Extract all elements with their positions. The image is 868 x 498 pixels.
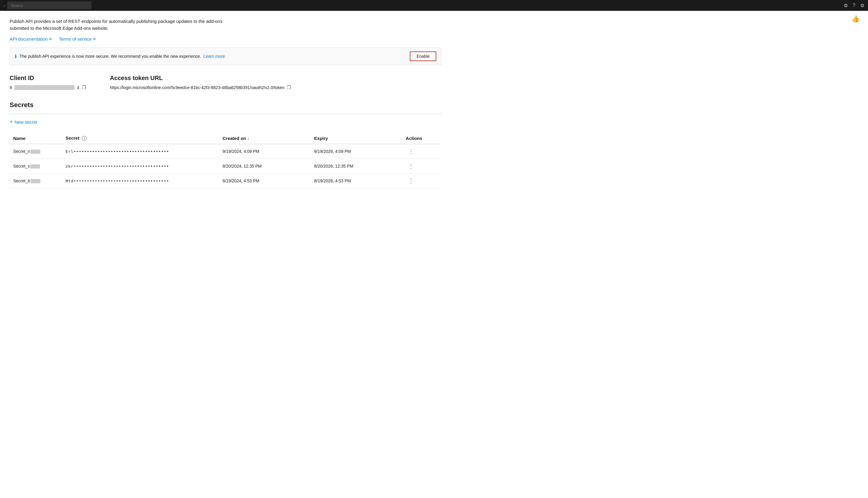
secret-created-cell: 8/20/2024, 12:35 PM xyxy=(219,159,311,174)
secret-value-text: Mtd•••••••••••••••••••••••••••••••••••• xyxy=(66,179,169,183)
client-id-copy-icon[interactable]: ❐ xyxy=(82,84,86,90)
links-row: API documentation ⧉ Terms of service ⧉ xyxy=(10,36,442,41)
secret-created-date: 9/19/2024, 4:09 PM xyxy=(222,149,259,154)
client-id-suffix: 4 xyxy=(77,85,79,90)
client-id-value: 94 xyxy=(10,85,79,90)
table-row: Secret_b Mtd••••••••••••••••••••••••••••… xyxy=(10,174,442,188)
secrets-heading: Secrets xyxy=(10,101,442,109)
thumbs-up-button[interactable]: 👍 xyxy=(852,15,859,23)
secret-expiry-date: 8/19/2026, 4:53 PM xyxy=(314,179,351,183)
api-documentation-link[interactable]: API documentation ⧉ xyxy=(10,36,52,41)
secrets-table-header: Name Secret i Created on ↓ Expiry xyxy=(10,132,442,144)
access-token-copy-icon[interactable]: ❐ xyxy=(287,84,291,90)
secrets-table-body: Secret_n Erl••••••••••••••••••••••••••••… xyxy=(10,144,442,188)
main-content: Publish API provides a set of REST endpo… xyxy=(0,11,451,196)
secret-created-date: 8/19/2024, 4:53 PM xyxy=(222,179,259,183)
secret-actions-cell: ⋮ xyxy=(402,159,442,174)
th-name-label: Name xyxy=(13,136,26,141)
actions-menu-button[interactable]: ⋮ xyxy=(406,163,417,169)
search-input[interactable] xyxy=(7,1,91,9)
th-secret: Secret i xyxy=(62,132,219,144)
info-banner: ℹ The publish API experience is now more… xyxy=(10,48,442,65)
terms-of-service-link[interactable]: Terms of service ⧉ xyxy=(59,36,96,41)
secrets-table: Name Secret i Created on ↓ Expiry xyxy=(10,132,442,188)
actions-menu-button[interactable]: ⋮ xyxy=(406,148,417,154)
external-link-icon-api: ⧉ xyxy=(49,37,52,41)
th-expiry-label: Expiry xyxy=(314,136,328,141)
help-icon[interactable]: ? xyxy=(853,3,855,8)
secret-actions-cell: ⋮ xyxy=(402,144,442,159)
client-id-section: Client ID 94 ❐ xyxy=(10,75,86,90)
th-secret-label: Secret xyxy=(66,135,79,141)
th-created-label: Created on xyxy=(222,136,246,141)
table-row: Secret_n Erl••••••••••••••••••••••••••••… xyxy=(10,144,442,159)
credentials-row: Client ID 94 ❐ Access token URL https://… xyxy=(10,75,442,90)
secret-value-cell: Mtd•••••••••••••••••••••••••••••••••••• xyxy=(62,174,219,188)
secret-actions-cell: ⋮ xyxy=(402,174,442,188)
table-row: Secret_s zkr••••••••••••••••••••••••••••… xyxy=(10,159,442,174)
account-icon[interactable]: ⚙ xyxy=(860,3,864,9)
breadcrumb-arrow: › xyxy=(4,3,5,8)
secret-created-date: 8/20/2024, 12:35 PM xyxy=(222,164,261,169)
secret-value-text: zkr•••••••••••••••••••••••••••••••••••• xyxy=(66,164,169,169)
secret-created-cell: 9/19/2024, 4:09 PM xyxy=(219,144,311,159)
new-secret-label: New secret xyxy=(15,119,37,124)
secret-name-redacted xyxy=(31,149,40,154)
banner-text: The publish API experience is now more s… xyxy=(19,54,407,59)
access-token-section: Access token URL https://login.microsoft… xyxy=(110,75,291,90)
secret-name-prefix: Secret_b xyxy=(13,179,30,183)
secret-expiry-cell: 8/19/2026, 4:53 PM xyxy=(311,174,402,188)
enable-button[interactable]: Enable xyxy=(410,51,436,61)
external-link-icon-terms: ⧉ xyxy=(93,37,96,41)
secret-expiry-cell: 8/20/2026, 12:35 PM xyxy=(311,159,402,174)
secret-value-cell: Erl•••••••••••••••••••••••••••••••••••• xyxy=(62,144,219,159)
th-expiry: Expiry xyxy=(311,132,402,144)
secret-value-cell: zkr•••••••••••••••••••••••••••••••••••• xyxy=(62,159,219,174)
client-id-redacted xyxy=(14,85,74,90)
secrets-section: Secrets + New secret Name Secret i xyxy=(10,101,442,188)
secret-name-cell: Secret_s xyxy=(10,159,62,174)
description-line1: Publish API provides a set of REST endpo… xyxy=(10,19,222,24)
secret-value-text: Erl•••••••••••••••••••••••••••••••••••• xyxy=(66,149,169,154)
secret-created-cell: 8/19/2024, 4:53 PM xyxy=(219,174,311,188)
description-line2: submitted to the Microsoft Edge Add-ons … xyxy=(10,26,109,31)
plus-icon: + xyxy=(10,119,13,125)
client-id-value-row: 94 ❐ xyxy=(10,84,86,90)
secret-expiry-cell: 9/19/2026, 4:09 PM xyxy=(311,144,402,159)
client-id-prefix: 9 xyxy=(10,85,12,90)
secret-name-cell: Secret_b xyxy=(10,174,62,188)
client-id-label: Client ID xyxy=(10,75,86,81)
sort-arrow-icon: ↓ xyxy=(247,136,249,141)
th-name: Name xyxy=(10,132,62,144)
secret-info-icon[interactable]: i xyxy=(82,136,86,141)
th-created[interactable]: Created on ↓ xyxy=(219,132,311,144)
learn-more-link[interactable]: Learn more xyxy=(203,54,225,59)
th-actions-label: Actions xyxy=(406,136,422,141)
new-secret-button[interactable]: + New secret xyxy=(10,118,37,126)
secret-name-redacted xyxy=(30,164,40,169)
th-actions: Actions xyxy=(402,132,442,144)
info-icon: ℹ xyxy=(15,53,16,60)
secret-expiry-date: 8/20/2026, 12:35 PM xyxy=(314,164,353,169)
description-text: Publish API provides a set of REST endpo… xyxy=(10,18,256,31)
settings-icon[interactable]: ⚙ xyxy=(844,3,848,9)
secret-name-prefix: Secret_s xyxy=(13,164,30,169)
access-token-url: https://login.microsoftonline.com/5c9eed… xyxy=(110,85,285,90)
top-bar-icons: ⚙ ? ⚙ xyxy=(844,3,864,9)
banner-message: The publish API experience is now more s… xyxy=(19,54,201,59)
terms-label: Terms of service xyxy=(59,36,92,41)
access-token-value-row: https://login.microsoftonline.com/5c9eed… xyxy=(110,84,291,90)
secret-name-prefix: Secret_n xyxy=(13,149,30,154)
actions-menu-button[interactable]: ⋮ xyxy=(406,178,417,184)
secret-name-cell: Secret_n xyxy=(10,144,62,159)
secret-name-redacted xyxy=(31,179,40,183)
access-token-label: Access token URL xyxy=(110,75,291,81)
secret-expiry-date: 9/19/2026, 4:09 PM xyxy=(314,149,351,154)
api-docs-label: API documentation xyxy=(10,36,48,41)
top-bar: › ⚙ ? ⚙ xyxy=(0,0,868,11)
